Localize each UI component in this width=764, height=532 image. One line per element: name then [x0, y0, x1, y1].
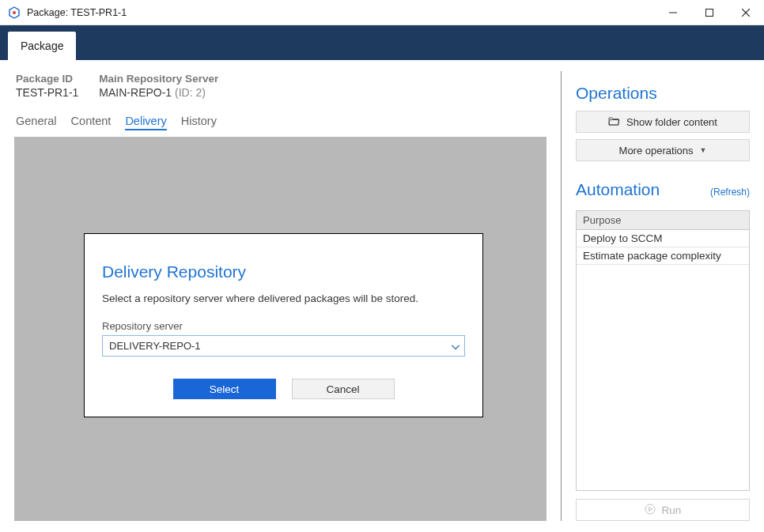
window-titlebar: Package: TEST-PR1-1 — [0, 0, 764, 25]
automation-grid-header: Purpose — [577, 211, 749, 230]
repo-value: MAIN-REPO-1 (ID: 2) — [99, 86, 218, 99]
automation-heading: Automation — [576, 180, 660, 199]
package-header: Package ID TEST-PR1-1 Main Repository Se… — [14, 71, 547, 104]
tab-package[interactable]: Package — [8, 32, 76, 60]
automation-grid: Purpose Deploy to SCCM Estimate package … — [576, 210, 750, 491]
svg-point-1 — [13, 11, 16, 14]
app-icon — [8, 6, 21, 19]
select-value: DELIVERY-REPO-1 — [109, 340, 201, 352]
subtab-strip: General Content Delivery History — [14, 104, 547, 135]
run-button[interactable]: Run — [576, 499, 750, 521]
refresh-link[interactable]: (Refresh) — [710, 187, 750, 198]
svg-marker-7 — [649, 507, 652, 511]
window-title: Package: TEST-PR1-1 — [27, 7, 655, 18]
chevron-down-icon — [452, 340, 460, 352]
repository-server-label: Repository server — [102, 320, 465, 332]
repo-label: Main Repository Server — [99, 73, 218, 85]
vertical-separator — [561, 71, 562, 521]
delivery-repository-dialog: Delivery Repository Select a repository … — [84, 233, 483, 417]
subtab-history[interactable]: History — [181, 115, 217, 130]
play-icon — [645, 504, 656, 517]
package-id-value: TEST-PR1-1 — [16, 86, 78, 99]
cancel-button[interactable]: Cancel — [292, 379, 395, 399]
show-folder-label: Show folder content — [626, 116, 717, 128]
repo-sub: (ID: 2) — [175, 86, 206, 99]
subtab-content[interactable]: Content — [71, 115, 112, 130]
repo-name: MAIN-REPO-1 — [99, 86, 172, 99]
svg-point-6 — [645, 504, 655, 514]
more-operations-label: More operations — [619, 145, 694, 157]
subtab-delivery[interactable]: Delivery — [125, 115, 166, 130]
package-id-label: Package ID — [16, 73, 78, 85]
content-stage: Delivery Repository Select a repository … — [14, 137, 547, 521]
dialog-description: Select a repository server where deliver… — [102, 292, 465, 304]
svg-rect-3 — [706, 9, 713, 16]
operations-heading: Operations — [576, 84, 750, 103]
select-button[interactable]: Select — [173, 379, 276, 399]
run-label: Run — [662, 504, 682, 516]
more-operations-button[interactable]: More operations ▼ — [576, 139, 750, 161]
main-tab-strip: Package — [0, 25, 764, 60]
triangle-down-icon: ▼ — [700, 146, 707, 154]
repository-server-select[interactable]: DELIVERY-REPO-1 — [102, 335, 465, 357]
subtab-general[interactable]: General — [16, 115, 57, 130]
dialog-title: Delivery Repository — [102, 262, 465, 281]
maximize-button[interactable] — [691, 0, 728, 25]
close-button[interactable] — [728, 0, 764, 25]
automation-row[interactable]: Deploy to SCCM — [577, 230, 749, 247]
automation-row[interactable]: Estimate package complexity — [577, 247, 749, 265]
folder-open-icon — [608, 116, 620, 128]
minimize-button[interactable] — [655, 0, 691, 25]
show-folder-content-button[interactable]: Show folder content — [576, 111, 750, 133]
